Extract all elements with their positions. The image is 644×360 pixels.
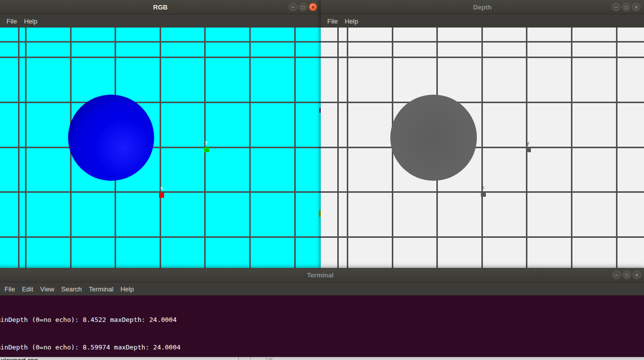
- terminal-output-line: minDepth (0=no echo): 8.4522 maxDepth: 2…: [0, 315, 644, 324]
- rgb-menu-help[interactable]: Help: [21, 18, 41, 25]
- desktop: RGB − □ × File Help x y Depth − □: [0, 0, 644, 360]
- depth-menu-file[interactable]: File: [324, 18, 341, 25]
- close-icon[interactable]: ×: [632, 271, 641, 279]
- rgb-viewport-canvas[interactable]: x y: [0, 28, 321, 268]
- gray-sphere: [390, 95, 477, 181]
- depth-window: Depth − □ × File Help x y: [321, 0, 644, 268]
- maximize-icon[interactable]: □: [622, 3, 630, 12]
- maximize-icon[interactable]: □: [622, 271, 631, 279]
- close-icon[interactable]: ×: [309, 3, 317, 12]
- depth-x-axis-marker: [481, 192, 486, 197]
- rgb-x-axis-marker: [159, 193, 164, 198]
- rgb-window: RGB − □ × File Help x y: [0, 0, 321, 268]
- terminal-window: Terminal − □ × File Edit View Search Ter…: [0, 268, 644, 357]
- rgb-titlebar[interactable]: RGB − □ ×: [0, 0, 321, 15]
- rgb-y-axis-marker: [204, 147, 209, 152]
- depth-window-title: Depth: [473, 4, 492, 11]
- maximize-icon[interactable]: □: [299, 3, 307, 12]
- rgb-window-title: RGB: [153, 4, 168, 11]
- terminal-window-controls: − □ ×: [612, 271, 641, 279]
- blue-sphere: [68, 95, 154, 181]
- terminal-output-line: minDepth (0=no echo): 8.59974 maxDepth: …: [0, 343, 644, 352]
- minimize-icon[interactable]: −: [612, 3, 620, 12]
- depth-x-axis-label: x: [481, 185, 484, 190]
- terminal-menu-help[interactable]: Help: [117, 285, 138, 293]
- terminal-menubar: File Edit View Search Terminal Help: [0, 282, 644, 295]
- terminal-output-area[interactable]: minDepth (0=no echo): 8.4522 maxDepth: 2…: [0, 295, 644, 357]
- terminal-titlebar[interactable]: Terminal − □ ×: [0, 268, 644, 282]
- depth-menubar: File Help: [321, 15, 644, 28]
- minimize-icon[interactable]: −: [289, 3, 297, 12]
- rgb-window-controls: − □ ×: [289, 3, 317, 12]
- terminal-menu-file[interactable]: File: [1, 285, 19, 293]
- depth-y-axis-marker: [526, 148, 531, 152]
- rgb-menubar: File Help: [0, 15, 321, 28]
- depth-y-axis-label: y: [526, 141, 529, 146]
- rgb-y-axis-label: y: [205, 140, 208, 145]
- depth-titlebar[interactable]: Depth − □ ×: [321, 0, 644, 15]
- terminal-menu-search[interactable]: Search: [58, 285, 85, 293]
- close-icon[interactable]: ×: [632, 3, 640, 12]
- rgb-menu-file[interactable]: File: [3, 18, 21, 25]
- terminal-menu-terminal[interactable]: Terminal: [86, 285, 117, 293]
- minimize-icon[interactable]: −: [612, 271, 621, 279]
- depth-menu-help[interactable]: Help: [341, 18, 362, 25]
- terminal-menu-view[interactable]: View: [37, 285, 58, 293]
- terminal-menu-edit[interactable]: Edit: [19, 285, 37, 293]
- terminal-window-title: Terminal: [307, 271, 333, 279]
- rgb-x-axis-label: x: [160, 186, 163, 191]
- depth-window-controls: − □ ×: [612, 3, 640, 12]
- depth-viewport-canvas[interactable]: x y: [321, 28, 644, 268]
